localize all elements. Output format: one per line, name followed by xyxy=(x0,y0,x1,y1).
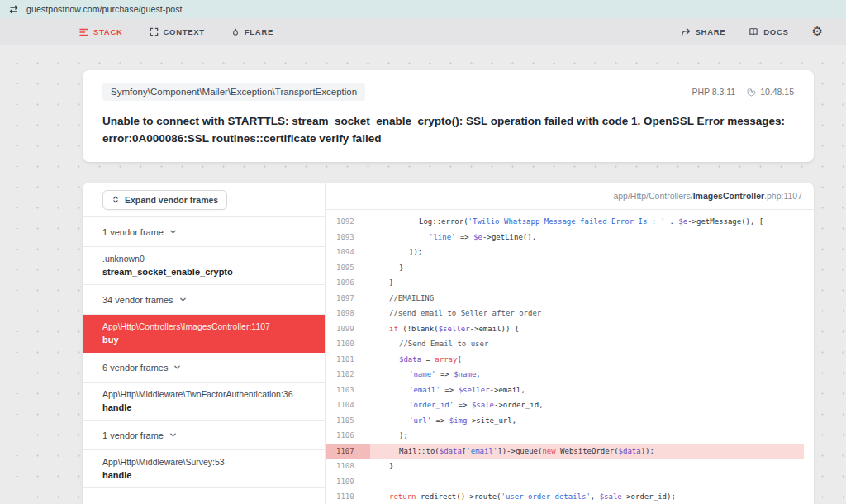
toolbar-actions: SHARE DOCS ⚙ xyxy=(681,26,823,38)
stack-trace-card: Expand vendor frames 1 vendor frame.unkn… xyxy=(83,183,814,504)
runtime-versions: PHP 8.3.11 10.48.15 xyxy=(692,83,794,97)
line-number: 1099 xyxy=(326,321,370,337)
code-file-path: app/Http/Controllers/ImagesController.ph… xyxy=(326,183,814,210)
code-text: //EMAILING xyxy=(370,291,804,307)
share-button[interactable]: SHARE xyxy=(681,27,726,36)
code-line: 1106); xyxy=(326,428,804,444)
code-text: if (!blank($seller->email)) { xyxy=(370,321,804,337)
code-line: 1097//EMAILING xyxy=(326,291,804,307)
vendor-frames-label: 1 vendor frame xyxy=(102,227,164,237)
code-text: ); xyxy=(370,428,804,444)
docs-button[interactable]: DOCS xyxy=(749,27,788,36)
file-name: ImagesController xyxy=(693,191,764,201)
code-line-highlighted: 1107Mail::to($data['email'])->queue(new … xyxy=(326,444,804,459)
code-text: //Send Email to user xyxy=(370,336,804,352)
code-text: } xyxy=(370,260,804,276)
line-number: 1104 xyxy=(326,397,370,413)
code-line: 1102'name' => $name, xyxy=(326,367,804,383)
tab-bar: STACK CONTEXT FLARE xyxy=(79,27,273,37)
line-number: 1095 xyxy=(326,260,370,276)
code-line: 1095} xyxy=(326,260,804,276)
share-arrow-icon xyxy=(681,27,691,36)
line-number: 1094 xyxy=(326,245,370,260)
exception-message: Unable to connect with STARTTLS: stream_… xyxy=(102,112,794,147)
code-text: 'line' => $e->getLine(), xyxy=(370,230,804,245)
vendor-frames-group[interactable]: 34 vendor frames xyxy=(83,285,325,315)
laravel-version: 10.48.15 xyxy=(747,87,794,97)
exception-class-badge: Symfony\Component\Mailer\Exception\Trans… xyxy=(102,83,365,101)
stack-frame[interactable]: App\Http\Middleware\TwoFactorAuthenticat… xyxy=(83,383,325,421)
line-number: 1105 xyxy=(326,413,370,429)
path-prefix: app/Http/Controllers/ xyxy=(613,191,692,201)
line-number: 1098 xyxy=(326,306,370,321)
line-number: 1107 xyxy=(326,444,370,459)
share-label: SHARE xyxy=(696,27,726,36)
code-line: 1096} xyxy=(326,275,804,291)
code-line: 1098//send email to Seller after order xyxy=(326,306,804,321)
code-line: 1109 xyxy=(326,474,804,490)
chevron-down-icon xyxy=(169,431,177,439)
expand-vendor-frames-button[interactable]: Expand vendor frames xyxy=(102,190,227,210)
line-number: 1103 xyxy=(326,383,370,398)
frame-location: .unknown0 xyxy=(102,253,305,265)
swap-arrows-icon[interactable] xyxy=(8,4,19,15)
page-url[interactable]: guestpostnow.com/purchase/guest-post xyxy=(26,4,183,14)
vendor-frames-group[interactable]: 1 vendor frame xyxy=(83,217,325,247)
line-number: 1102 xyxy=(326,367,370,383)
code-line: 1093'line' => $e->getLine(), xyxy=(326,230,804,245)
code-text: return redirect()->route('user-order-det… xyxy=(370,489,804,504)
frame-method: buy xyxy=(102,333,305,347)
tab-label: STACK xyxy=(93,27,123,36)
code-text: 'name' => $name, xyxy=(370,367,804,383)
frame-location: App\Http\Controllers\ImagesController:11… xyxy=(102,321,305,333)
php-version: PHP 8.3.11 xyxy=(692,87,735,97)
flare-flame-icon xyxy=(231,27,240,37)
code-text: Log::error('Twilio Whatsapp Message fail… xyxy=(370,214,804,230)
stack-frames-panel: Expand vendor frames 1 vendor frame.unkn… xyxy=(83,183,326,504)
line-number: 1100 xyxy=(326,336,370,352)
code-text: } xyxy=(370,459,804,474)
stack-frame[interactable]: App\Http\Middleware\Survey:53handle xyxy=(83,450,325,488)
frame-location: App\Http\Middleware\TwoFactorAuthenticat… xyxy=(102,388,305,401)
line-number: 1110 xyxy=(326,489,370,504)
frame-method: stream_socket_enable_crypto xyxy=(102,265,305,279)
flare-toolbar: STACK CONTEXT FLARE SHARE DOCS xyxy=(0,18,846,45)
error-summary-card: Symfony\Component\Mailer\Exception\Trans… xyxy=(83,70,814,162)
code-text xyxy=(370,474,804,490)
line-number: 1097 xyxy=(326,291,370,307)
chevron-down-icon xyxy=(179,296,187,303)
frame-location: App\Http\Middleware\Survey:53 xyxy=(102,456,305,468)
code-line: 1100//Send Email to user xyxy=(326,336,804,352)
line-number: 1096 xyxy=(326,275,370,291)
code-panel: app/Http/Controllers/ImagesController.ph… xyxy=(326,183,814,504)
path-suffix: .php:1107 xyxy=(764,191,802,201)
vendor-frames-group[interactable]: 6 vendor frames xyxy=(83,353,325,383)
tab-stack[interactable]: STACK xyxy=(79,27,123,37)
code-line: 1094]); xyxy=(326,245,804,260)
line-number: 1108 xyxy=(326,459,370,474)
stack-frame[interactable]: .unknown0stream_socket_enable_crypto xyxy=(83,247,325,285)
tab-context[interactable]: CONTEXT xyxy=(150,27,205,37)
line-number: 1101 xyxy=(326,352,370,368)
laravel-version-number: 10.48.15 xyxy=(760,87,794,97)
stack-list-icon xyxy=(79,28,88,36)
tab-label: CONTEXT xyxy=(164,27,205,36)
code-text: //send email to Seller after order xyxy=(370,306,804,321)
code-line: 1108} xyxy=(326,459,804,474)
code-text: 'order_id' => $sale->order_id, xyxy=(370,397,804,413)
docs-book-icon xyxy=(749,27,758,36)
tab-label: FLARE xyxy=(245,27,273,36)
stack-frame-selected[interactable]: App\Http\Controllers\ImagesController:11… xyxy=(83,315,325,353)
chevron-down-icon xyxy=(169,228,177,235)
code-line: 1092Log::error('Twilio Whatsapp Message … xyxy=(326,214,804,230)
browser-url-bar: guestpostnow.com/purchase/guest-post xyxy=(0,0,846,18)
vendor-frames-label: 6 vendor frames xyxy=(102,363,168,373)
tab-flare[interactable]: FLARE xyxy=(231,27,273,37)
settings-gear-icon[interactable]: ⚙ xyxy=(812,26,823,38)
frame-method: handle xyxy=(102,401,305,415)
frame-method: handle xyxy=(102,468,305,483)
vendor-frames-group[interactable]: 1 vendor frame xyxy=(83,421,325,450)
context-brackets-icon xyxy=(150,27,159,36)
code-line: 1101$data = array( xyxy=(326,352,804,368)
line-number: 1106 xyxy=(326,428,370,444)
